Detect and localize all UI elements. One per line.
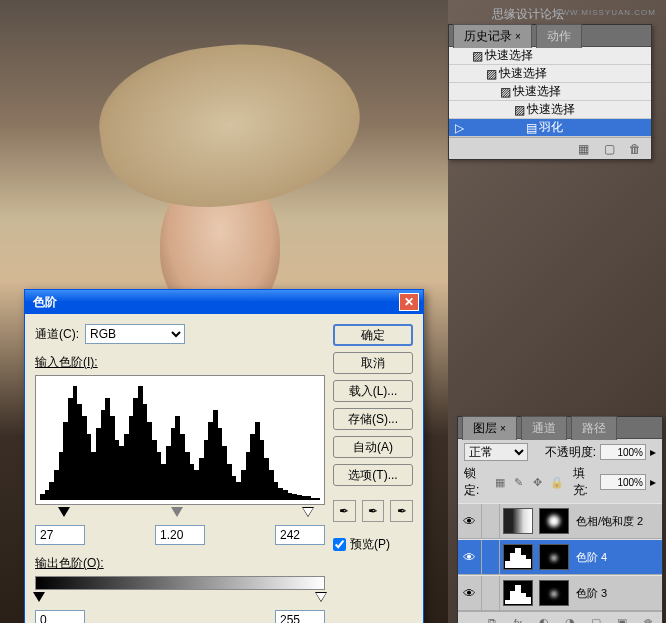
link-col[interactable] <box>482 504 500 538</box>
history-item-label: 快速选择 <box>513 83 561 100</box>
layers-panel: 图层× 通道 路径 正常 不透明度: ▸ 锁定: ▦ ✎ ✥ 🔒 填充: ▸ <box>457 416 663 623</box>
history-item[interactable]: ▨ 快速选择 <box>449 65 651 83</box>
layer-mask-thumb[interactable] <box>539 508 569 534</box>
new-snapshot-icon[interactable]: ▦ <box>575 141 591 157</box>
out-highlight-input[interactable] <box>275 610 325 623</box>
layer-mask-thumb[interactable] <box>539 580 569 606</box>
input-slider[interactable] <box>35 507 325 521</box>
layer-item[interactable]: 👁 色阶 3 <box>458 575 662 611</box>
highlight-slider[interactable] <box>302 507 314 517</box>
tab-layers-label: 图层 <box>473 421 497 435</box>
history-item-selected[interactable]: ▷ ▤ 羽化 <box>449 119 651 137</box>
out-shadow-slider[interactable] <box>33 592 45 602</box>
link-col[interactable] <box>482 540 500 574</box>
layer-mask-thumb[interactable] <box>539 544 569 570</box>
shadow-input[interactable] <box>35 525 85 545</box>
eyedropper-black[interactable]: ✒ <box>333 500 356 522</box>
history-marker-icon: ▷ <box>455 121 467 135</box>
opacity-input[interactable] <box>600 444 646 460</box>
lock-brush-icon[interactable]: ✎ <box>511 474 527 490</box>
chevron-right-icon[interactable]: ▸ <box>650 475 656 489</box>
layer-name: 色阶 4 <box>576 550 607 565</box>
auto-button[interactable]: 自动(A) <box>333 436 413 458</box>
history-list: ▨ 快速选择 ▨ 快速选择 ▨ 快速选择 ▨ 快速选择 ▷ ▤ 羽化 <box>449 47 651 137</box>
shadow-slider[interactable] <box>58 507 70 517</box>
preview-label: 预览(P) <box>350 536 390 553</box>
layer-list: 👁 色相/饱和度 2 👁 色阶 4 👁 色阶 3 <box>458 503 662 611</box>
preview-checkbox[interactable] <box>333 538 346 551</box>
visibility-toggle[interactable]: 👁 <box>458 576 482 610</box>
history-item-label: 快速选择 <box>485 47 533 64</box>
layer-name: 色阶 3 <box>576 586 607 601</box>
midtone-slider[interactable] <box>171 507 183 517</box>
output-slider[interactable] <box>35 592 325 606</box>
ok-button[interactable]: 确定 <box>333 324 413 346</box>
layer-item-selected[interactable]: 👁 色阶 4 <box>458 539 662 575</box>
mask-icon[interactable]: ◐ <box>536 615 552 624</box>
levels-dialog: 色阶 ✕ 通道(C): RGB 输入色阶(I): 输出色阶(O): <box>24 289 424 623</box>
blend-mode-select[interactable]: 正常 <box>464 443 528 461</box>
link-icon[interactable]: ⧉ <box>484 615 500 624</box>
layer-thumb[interactable] <box>503 544 533 570</box>
titlebar[interactable]: 色阶 ✕ <box>25 290 423 314</box>
lock-all-icon[interactable]: 🔒 <box>549 474 565 490</box>
tab-layers[interactable]: 图层× <box>462 416 517 440</box>
layer-item[interactable]: 👁 色相/饱和度 2 <box>458 503 662 539</box>
histogram <box>35 375 325 505</box>
eyedropper-gray[interactable]: ✒ <box>362 500 385 522</box>
history-item[interactable]: ▨ 快速选择 <box>449 47 651 65</box>
options-button[interactable]: 选项(T)... <box>333 464 413 486</box>
visibility-toggle[interactable]: 👁 <box>458 540 482 574</box>
chevron-right-icon[interactable]: ▸ <box>650 445 656 459</box>
history-item[interactable]: ▨ 快速选择 <box>449 101 651 119</box>
link-col[interactable] <box>482 576 500 610</box>
new-document-icon[interactable]: ▢ <box>601 141 617 157</box>
eye-icon: 👁 <box>463 514 476 529</box>
cancel-button[interactable]: 取消 <box>333 352 413 374</box>
trash-icon[interactable]: 🗑 <box>640 615 656 624</box>
brush-icon: ▨ <box>469 49 485 63</box>
save-button[interactable]: 存储(S)... <box>333 408 413 430</box>
folder-icon[interactable]: ▢ <box>588 615 604 624</box>
layer-thumb[interactable] <box>503 508 533 534</box>
trash-icon[interactable]: 🗑 <box>627 141 643 157</box>
history-item-label: 快速选择 <box>499 65 547 82</box>
tab-actions[interactable]: 动作 <box>536 24 582 48</box>
eye-icon: 👁 <box>463 586 476 601</box>
adjustment-icon[interactable]: ◑ <box>562 615 578 624</box>
tab-history[interactable]: 历史记录× <box>453 24 532 48</box>
close-button[interactable]: ✕ <box>399 293 419 311</box>
close-icon[interactable]: × <box>515 31 521 42</box>
fx-icon[interactable]: fx <box>510 615 526 624</box>
brush-icon: ▨ <box>483 67 499 81</box>
history-item[interactable]: ▨ 快速选择 <box>449 83 651 101</box>
photo-hat <box>90 28 370 223</box>
fill-label: 填充: <box>573 465 597 499</box>
midtone-input[interactable] <box>155 525 205 545</box>
history-footer: ▦ ▢ 🗑 <box>449 137 651 159</box>
layers-panel-header: 图层× 通道 路径 <box>458 417 662 439</box>
layer-name: 色相/饱和度 2 <box>576 514 643 529</box>
lock-label: 锁定: <box>464 465 488 499</box>
lock-transparency-icon[interactable]: ▦ <box>492 474 508 490</box>
visibility-toggle[interactable]: 👁 <box>458 504 482 538</box>
out-shadow-input[interactable] <box>35 610 85 623</box>
tab-paths[interactable]: 路径 <box>571 416 617 440</box>
tab-channels[interactable]: 通道 <box>521 416 567 440</box>
load-button[interactable]: 载入(L)... <box>333 380 413 402</box>
eyedropper-white[interactable]: ✒ <box>390 500 413 522</box>
close-icon[interactable]: × <box>500 423 506 434</box>
output-gradient <box>35 576 325 590</box>
new-layer-icon[interactable]: ▣ <box>614 615 630 624</box>
layer-thumb[interactable] <box>503 580 533 606</box>
tab-history-label: 历史记录 <box>464 29 512 43</box>
channel-select[interactable]: RGB <box>85 324 185 344</box>
out-highlight-slider[interactable] <box>315 592 327 602</box>
history-item-label: 快速选择 <box>527 101 575 118</box>
history-panel: 历史记录× 动作 ▨ 快速选择 ▨ 快速选择 ▨ 快速选择 ▨ 快速选择 ▷ ▤… <box>448 24 652 160</box>
highlight-input[interactable] <box>275 525 325 545</box>
fill-input[interactable] <box>600 474 646 490</box>
lock-move-icon[interactable]: ✥ <box>530 474 546 490</box>
brush-icon: ▨ <box>511 103 527 117</box>
brush-icon: ▨ <box>497 85 513 99</box>
